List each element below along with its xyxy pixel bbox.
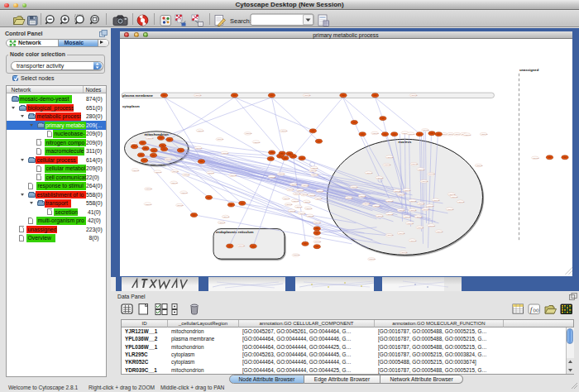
svg-text:cytoplasm: cytoplasm [122,104,140,108]
svg-text:Search:: Search: [230,17,251,24]
svg-text:unassigned: unassigned [519,68,538,72]
svg-text:mitochondrion: mitochondrion [144,132,169,136]
svg-text:endoplasmic reticulum: endoplasmic reticulum [216,230,254,234]
svg-text:(x): (x) [534,308,539,313]
svg-text:plasma membrane: plasma membrane [122,93,153,98]
